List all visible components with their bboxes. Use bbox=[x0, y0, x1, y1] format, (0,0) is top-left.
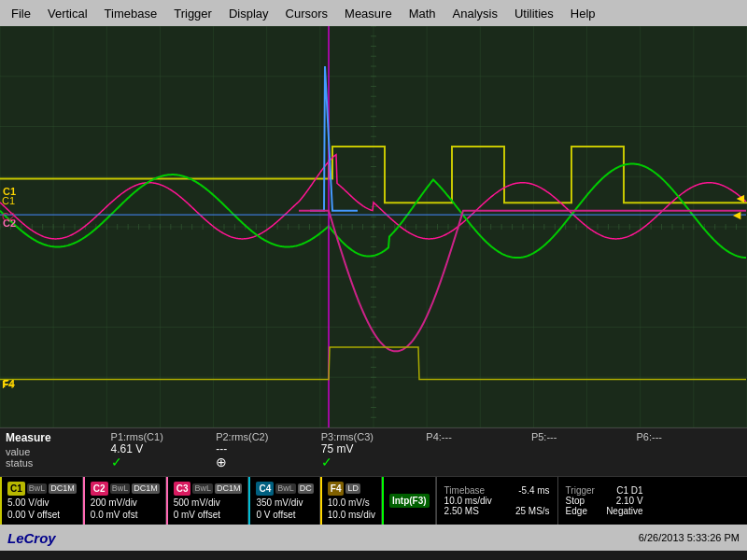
meas-col-p1: P1:rms(C1) 4.61 V ✓ bbox=[111, 431, 217, 469]
trigger-label: Trigger bbox=[566, 485, 595, 496]
meas-p2-status: ⊕ bbox=[216, 455, 321, 469]
trigger-type: Edge bbox=[566, 506, 587, 516]
intf3-tag: Intp(F3) bbox=[389, 494, 430, 508]
meas-p1-value: 4.61 V bbox=[111, 442, 217, 455]
meas-p1-status: ✓ bbox=[111, 455, 217, 469]
ch1-vdiv: 5.00 V/div bbox=[7, 497, 77, 509]
ch4-block: C4 BwL DC 350 mV/div 0 V offset bbox=[248, 477, 319, 525]
ch4-tag: C4 bbox=[256, 482, 274, 496]
ch2-tag: C2 bbox=[91, 482, 108, 496]
ch1-block: C1 BwL DC1M 5.00 V/div 0.00 V offset bbox=[0, 477, 83, 525]
channel-info-bar: C1 BwL DC1M 5.00 V/div 0.00 V offset C2 … bbox=[0, 476, 747, 525]
meas-p2-name: P2:rms(C2) bbox=[216, 431, 321, 442]
meas-p6-name: P6:--- bbox=[636, 431, 741, 442]
meas-p5-name: P5:--- bbox=[531, 431, 637, 442]
meas-p3-name: P3:rms(C3) bbox=[321, 431, 427, 442]
meas-p3-value: 75 mV bbox=[321, 442, 427, 455]
timebase-block: Timebase -5.4 ms 10.0 ms/div 2.50 MS 25 … bbox=[436, 477, 557, 525]
ch1-dc: DC1M bbox=[49, 483, 77, 495]
ch2-offset: 0.0 mV ofst bbox=[91, 509, 160, 521]
ch3-tag: C3 bbox=[174, 482, 191, 496]
f4-dc: LD bbox=[345, 483, 360, 495]
trigger-ch: C1 D1 bbox=[616, 485, 642, 496]
meas-col-p5: P5:--- bbox=[531, 431, 637, 469]
trigger-arrow: ◄ bbox=[730, 207, 743, 222]
meas-col-p6: P6:--- bbox=[636, 431, 741, 469]
measure-status-label: status bbox=[6, 457, 111, 469]
timebase-offset: -5.4 ms bbox=[518, 485, 549, 496]
meas-p3-status: ✓ bbox=[321, 455, 427, 469]
meas-p4-name: P4:--- bbox=[426, 431, 531, 442]
trigger-state: Stop bbox=[566, 496, 585, 506]
ch1-offset: 0.00 V offset bbox=[7, 509, 77, 521]
measure-title: Measure bbox=[6, 431, 111, 444]
ch3-vdiv: 500 mV/div bbox=[174, 497, 243, 509]
meas-col-p3: P3:rms(C3) 75 mV ✓ bbox=[321, 431, 427, 469]
footer-datetime: 6/26/2013 5:33:26 PM bbox=[639, 532, 740, 543]
menu-math[interactable]: Math bbox=[402, 5, 444, 22]
menu-analysis[interactable]: Analysis bbox=[445, 5, 505, 22]
ch4-bwl: BwL bbox=[275, 483, 296, 495]
measure-bar: Measure value status P1:rms(C1) 4.61 V ✓… bbox=[0, 427, 747, 476]
f4-tag: F4 bbox=[328, 482, 345, 496]
timebase-sr1: 2.50 MS bbox=[444, 506, 479, 516]
measure-row: Measure value status P1:rms(C1) 4.61 V ✓… bbox=[6, 431, 741, 469]
meas-p1-name: P1:rms(C1) bbox=[111, 431, 217, 442]
ch1-marker: C1 bbox=[2, 195, 15, 206]
ch4-vdiv: 350 mV/div bbox=[256, 497, 313, 509]
ch1-bwl: BwL bbox=[27, 483, 48, 495]
menu-vertical[interactable]: Vertical bbox=[40, 5, 95, 22]
timebase-sr2: 25 MS/s bbox=[515, 506, 550, 516]
menu-help[interactable]: Help bbox=[563, 5, 603, 22]
ch1-tag: C1 bbox=[7, 482, 25, 496]
f4-block: F4 LD 10.0 mV/s 10.0 ms/div bbox=[320, 477, 382, 525]
ch3-dc: DC1M bbox=[215, 483, 243, 495]
menu-bar: File Vertical Timebase Trigger Display C… bbox=[0, 0, 747, 26]
measure-value-label: value bbox=[6, 446, 111, 457]
ch2-block: C2 BwL DC1M 200 mV/div 0.0 mV ofst bbox=[83, 477, 166, 525]
ch3-block: C3 BwL DC1M 500 mV/div 0 mV offset bbox=[166, 477, 249, 525]
menu-timebase[interactable]: Timebase bbox=[97, 5, 165, 22]
ch4-offset: 0 V offset bbox=[256, 509, 313, 521]
meas-col-p2: P2:rms(C2) --- ⊕ bbox=[216, 431, 321, 469]
trigger-level: 2.10 V bbox=[616, 496, 643, 506]
ch3-bwl: BwL bbox=[192, 483, 213, 495]
menu-display[interactable]: Display bbox=[221, 5, 276, 22]
timebase-div: 10.0 ms/div bbox=[444, 496, 492, 506]
footer-bar: LeCroy 6/26/2013 5:33:26 PM bbox=[0, 525, 747, 551]
trigger-slope: Negative bbox=[606, 506, 642, 516]
ch2-bwl: BwL bbox=[110, 483, 131, 495]
meas-p2-value: --- bbox=[216, 442, 321, 455]
menu-cursors[interactable]: Cursors bbox=[278, 5, 336, 22]
menu-measure[interactable]: Measure bbox=[337, 5, 400, 22]
waveform-canvas bbox=[0, 26, 747, 427]
lecroy-logo: LeCroy bbox=[7, 530, 56, 546]
trigger-block: Trigger C1 D1 Stop 2.10 V Edge Negative bbox=[557, 477, 651, 525]
f4-vdiv: 10.0 mV/s bbox=[328, 497, 375, 509]
menu-utilities[interactable]: Utilities bbox=[507, 5, 561, 22]
ch2-marker: C2 bbox=[2, 211, 15, 222]
ch4-dc: DC bbox=[298, 483, 314, 495]
f4-tdiv: 10.0 ms/div bbox=[328, 509, 375, 521]
meas-col-p4: P4:--- bbox=[426, 431, 531, 469]
f4-marker: F4 bbox=[2, 379, 14, 390]
menu-trigger[interactable]: Trigger bbox=[166, 5, 219, 22]
scope-display: C1 C2 F4 ◄ bbox=[0, 26, 747, 427]
ch2-dc: DC1M bbox=[132, 483, 160, 495]
menu-file[interactable]: File bbox=[4, 5, 38, 22]
intf3-block: Intp(F3) bbox=[382, 477, 436, 525]
ch3-offset: 0 mV offset bbox=[174, 509, 243, 521]
timebase-label: Timebase bbox=[444, 485, 486, 496]
ch2-vdiv: 200 mV/div bbox=[91, 497, 160, 509]
